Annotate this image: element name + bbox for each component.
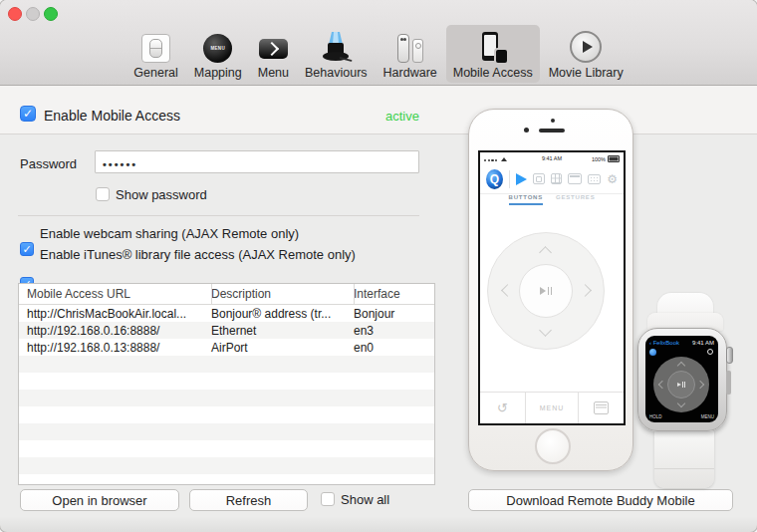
password-label: Password xyxy=(20,156,77,171)
watch-menu-label[interactable]: MENU xyxy=(701,414,714,419)
cell-description: Bonjour® address (tr... xyxy=(202,307,345,321)
chevron-left-icon[interactable] xyxy=(658,381,666,389)
gear-icon[interactable]: ⚙ xyxy=(607,173,618,185)
close-button[interactable] xyxy=(8,7,22,21)
keyboard-icon[interactable] xyxy=(588,174,602,184)
show-all-label: Show all xyxy=(341,492,389,507)
preferences-window: General MENU Mapping Menu xyxy=(0,0,757,532)
app-logo-icon[interactable]: Q xyxy=(486,169,503,189)
phone-status-bar: 9:41 AM 100% xyxy=(480,152,624,164)
arrow-badge-icon xyxy=(259,26,288,63)
directional-pad[interactable] xyxy=(487,232,605,350)
toolbar-item-label: Menu xyxy=(258,66,289,80)
phone-sensor-dot xyxy=(551,119,555,123)
open-in-browser-button[interactable]: Open in browser xyxy=(20,489,179,511)
watch-clock: 9:41 AM xyxy=(692,340,714,346)
show-password-checkbox[interactable] xyxy=(96,187,110,201)
window-icon[interactable] xyxy=(568,173,582,184)
cell-interface: en0 xyxy=(345,341,434,355)
keypad-icon[interactable] xyxy=(551,173,562,184)
play-pause-button[interactable] xyxy=(519,264,573,318)
watch-back-link[interactable]: ‹ FelixBook xyxy=(649,340,679,346)
toolbar-item-general[interactable]: General xyxy=(126,25,184,83)
download-remote-buddy-mobile-button[interactable]: Download Remote Buddy Mobile xyxy=(468,489,733,511)
toolbar-item-mobile-access[interactable]: Mobile Access xyxy=(446,25,540,83)
phone-screen: 9:41 AM 100% Q ⚙ BUTTONS GESTURES xyxy=(478,150,626,425)
watch-hold-label[interactable]: HOLD xyxy=(649,414,662,419)
chevron-left-icon[interactable] xyxy=(501,284,514,297)
play-pause-icon xyxy=(540,287,546,295)
preferences-toolbar: General MENU Mapping Menu xyxy=(0,21,757,83)
minimize-button[interactable] xyxy=(26,7,40,21)
toolbar-divider xyxy=(509,170,510,188)
switch-icon xyxy=(141,30,170,63)
cell-interface: en3 xyxy=(345,324,434,338)
phone-camera-dot xyxy=(524,128,529,133)
toolbar-item-label: Mapping xyxy=(194,66,242,80)
cell-url: http://192.168.0.16:8888/ xyxy=(19,324,202,338)
list-button[interactable] xyxy=(578,393,624,423)
watch-gear-icon[interactable] xyxy=(707,349,713,355)
password-input[interactable] xyxy=(95,150,419,173)
home-button[interactable] xyxy=(535,428,571,464)
display-icon[interactable] xyxy=(533,173,545,184)
rotate-button[interactable]: ↺ xyxy=(480,393,526,423)
iphone-mockup: 9:41 AM 100% Q ⚙ BUTTONS GESTURES xyxy=(468,109,633,471)
show-all-checkbox[interactable] xyxy=(321,492,335,506)
chevron-up-icon[interactable] xyxy=(677,362,685,370)
watch-play-pause-button[interactable] xyxy=(667,371,695,399)
remote-app-tabs: BUTTONS GESTURES xyxy=(480,194,624,214)
cell-description: Ethernet xyxy=(202,324,345,338)
refresh-button[interactable]: Refresh xyxy=(189,489,308,511)
mobile-access-url-table[interactable]: Mobile Access URL Description Interface … xyxy=(18,283,435,485)
tab-gestures[interactable]: GESTURES xyxy=(556,194,595,203)
chevron-down-icon[interactable] xyxy=(677,399,685,407)
window-chrome: General MENU Mapping Menu xyxy=(0,0,757,86)
chevron-up-icon[interactable] xyxy=(539,246,552,259)
toolbar-item-movie-library[interactable]: Movie Library xyxy=(542,25,631,83)
enable-mobile-access-checkbox[interactable] xyxy=(20,106,36,122)
watch-directional-pad[interactable] xyxy=(653,357,709,412)
chevron-down-icon[interactable] xyxy=(539,324,552,337)
watch-screen: ‹ FelixBook 9:41 AM HOLD MENU xyxy=(645,336,718,422)
toolbar-item-label: Mobile Access xyxy=(453,66,533,80)
cell-interface: Bonjour xyxy=(345,307,434,321)
status-text: active xyxy=(319,109,419,124)
remote-app-toolbar: Q ⚙ xyxy=(480,164,624,194)
column-header-interface[interactable]: Interface xyxy=(345,287,434,301)
menu-button[interactable]: MENU xyxy=(526,393,578,423)
battery-icon xyxy=(608,155,620,162)
watch-band-bottom xyxy=(654,430,714,488)
toolbar-item-label: Hardware xyxy=(383,66,437,80)
table-header: Mobile Access URL Description Interface xyxy=(19,284,434,305)
remote-bottom-bar: ↺ MENU xyxy=(480,392,624,423)
table-row[interactable]: http://ChrisMacBookAir.local... Bonjour®… xyxy=(19,305,434,322)
toolbar-item-hardware[interactable]: Hardware xyxy=(377,25,444,83)
show-password-label: Show password xyxy=(116,187,207,202)
webcam-sharing-checkbox[interactable] xyxy=(20,242,34,256)
column-header-url[interactable]: Mobile Access URL xyxy=(19,287,202,301)
chevron-right-icon[interactable] xyxy=(579,284,592,297)
mobile-devices-icon xyxy=(478,30,508,63)
watch-crown xyxy=(726,347,733,364)
toolbar-item-menu[interactable]: Menu xyxy=(251,21,296,83)
column-header-description[interactable]: Description xyxy=(202,287,345,301)
list-icon xyxy=(594,401,609,414)
cell-url: http://ChrisMacBookAir.local... xyxy=(19,307,202,321)
window-bottom-shade xyxy=(0,516,757,532)
zoom-button[interactable] xyxy=(44,7,58,21)
watch-app-logo-icon xyxy=(649,349,656,356)
tab-buttons[interactable]: BUTTONS xyxy=(509,194,544,205)
table-row[interactable]: http://192.168.0.16:8888/ Ethernet en3 xyxy=(19,322,434,339)
play-circle-icon xyxy=(570,30,602,63)
remote-menu-button-icon: MENU xyxy=(203,30,232,63)
watch-band-seam xyxy=(654,468,714,469)
table-body: http://ChrisMacBookAir.local... Bonjour®… xyxy=(19,305,434,484)
phone-speaker xyxy=(539,129,565,133)
table-row[interactable]: http://192.168.0.13:8888/ AirPort en0 xyxy=(19,339,434,356)
toolbar-item-mapping[interactable]: MENU Mapping xyxy=(187,25,249,83)
chevron-right-icon[interactable] xyxy=(696,381,704,389)
toolbar-item-behaviours[interactable]: Behaviours xyxy=(298,25,375,83)
battery-percent: 100% xyxy=(592,156,606,162)
play-icon[interactable] xyxy=(516,173,527,185)
